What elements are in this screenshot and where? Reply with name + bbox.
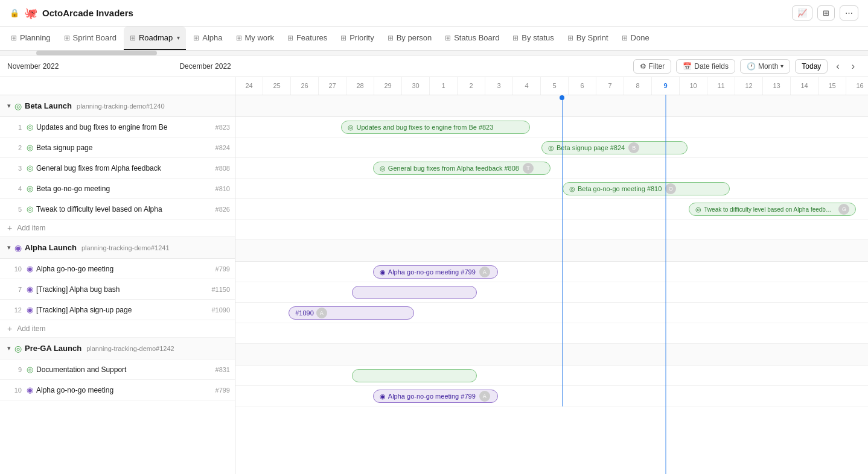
day-25: 25 xyxy=(263,77,291,95)
day-13: 13 xyxy=(763,77,791,95)
group-alpha-launch[interactable]: ▾ ◉ Alpha Launch planning-tracking-demo#… xyxy=(0,237,235,259)
calendar-icon: 📅 xyxy=(683,62,692,71)
task-id: #810 xyxy=(215,185,230,192)
day-16: 16 xyxy=(846,77,868,95)
task-name: General bug fixes from Alpha feedback xyxy=(36,164,213,172)
task-row[interactable]: 4 ◎ Beta go-no-go meeting #810 xyxy=(0,179,235,199)
tab-done[interactable]: ⊞ Done xyxy=(616,27,656,50)
day-30: 30 xyxy=(402,77,430,95)
task-row[interactable]: 12 ◉ [Tracking] Alpha sign-up page #1090 xyxy=(0,300,235,320)
tab-planning-label: Planning xyxy=(20,33,51,42)
tab-status-board[interactable]: ⊞ Status Board xyxy=(439,27,505,50)
task-row[interactable]: 9 ◎ Documentation and Support #831 xyxy=(0,359,235,380)
filter-icon: ⚙ xyxy=(640,62,646,71)
scrollbar[interactable] xyxy=(0,51,868,55)
gantt-bar-bugfixes[interactable]: ◎ General bug fixes from Alpha feedback … xyxy=(373,162,551,175)
bar-icon: ◉ xyxy=(380,393,386,400)
day-24: 24 xyxy=(235,77,263,95)
prega-launch-title: Pre-GA Launch xyxy=(25,344,81,353)
task-row[interactable]: 10 ◉ Alpha go-no-go meeting #799 xyxy=(0,259,235,279)
gantt-bar-gonogo[interactable]: ◎ Beta go-no-go meeting #810 O xyxy=(563,182,730,195)
gantt-bar-docs[interactable] xyxy=(352,369,477,382)
tab-features[interactable]: ⊞ Features xyxy=(281,27,333,50)
task-row[interactable]: 3 ◎ General bug fixes from Alpha feedbac… xyxy=(0,158,235,179)
tab-roadmap[interactable]: ⊞ Roadmap ▾ xyxy=(124,27,186,50)
beta-launch-chevron[interactable]: ▾ xyxy=(7,102,11,110)
grid-button[interactable]: ⊞ xyxy=(817,5,835,21)
task-name: [Tracking] Alpha sign-up page xyxy=(36,306,209,314)
group-prega-launch[interactable]: ▾ ◎ Pre-GA Launch planning-tracking-demo… xyxy=(0,338,235,359)
task-id: #831 xyxy=(215,366,230,373)
task-id: #808 xyxy=(215,165,230,172)
bar-label: #1090 xyxy=(295,309,314,317)
day-8: 8 xyxy=(624,77,652,95)
add-icon: + xyxy=(7,223,12,233)
filter-button[interactable]: ⚙ Filter xyxy=(633,59,672,74)
tab-by-person-label: By person xyxy=(397,33,432,42)
tab-sprint-board[interactable]: ⊞ Sprint Board xyxy=(58,27,123,50)
gantt-bar-alpha-gonogo[interactable]: ◉ Alpha go-no-go meeting #799 A xyxy=(373,265,498,279)
sprint-board-tab-icon: ⊞ xyxy=(64,34,70,42)
avatar: O xyxy=(665,183,676,194)
gantt-bar-updates[interactable]: ◎ Updates and bug fixes to engine from B… xyxy=(341,121,529,134)
gantt-task-3: ◎ General bug fixes from Alpha feedback … xyxy=(235,158,868,179)
bar-label: Tweak to difficulty level based on Alpha… xyxy=(704,206,835,213)
month-button[interactable]: 🕐 Month ▾ xyxy=(740,59,790,74)
task-name: Updates and bug fixes to engine from Be xyxy=(36,123,213,131)
task-num: 5 xyxy=(7,206,22,213)
task-num: 12 xyxy=(7,306,22,314)
task-row[interactable]: 2 ◎ Beta signup page #824 xyxy=(0,137,235,158)
add-item-beta[interactable]: + Add item xyxy=(0,220,235,237)
by-status-tab-icon: ⊞ xyxy=(512,34,519,42)
alpha-launch-chevron[interactable]: ▾ xyxy=(7,244,11,251)
tab-alpha[interactable]: ⊞ Alpha xyxy=(187,27,228,50)
task-row[interactable]: 1 ◎ Updates and bug fixes to engine from… xyxy=(0,117,235,137)
tab-my-work-label: My work xyxy=(245,33,274,42)
date-fields-button[interactable]: 📅 Date fields xyxy=(676,59,735,74)
priority-tab-icon: ⊞ xyxy=(340,34,346,42)
gantt-bar-tweak[interactable]: ◎ Tweak to difficulty level based on Alp… xyxy=(689,203,856,216)
lock-icon: 🔒 xyxy=(10,8,19,17)
task-name: Documentation and Support xyxy=(36,365,213,374)
bar-icon: ◉ xyxy=(380,268,386,276)
november-label: November 2022 xyxy=(7,62,59,71)
chart-button[interactable]: 📈 xyxy=(792,5,812,21)
tab-my-work[interactable]: ⊞ My work xyxy=(230,27,280,50)
beta-launch-sub: planning-tracking-demo#1240 xyxy=(77,103,165,110)
gantt-bar-prega-gonogo[interactable]: ◉ Alpha go-no-go meeting #799 A xyxy=(373,390,498,403)
gantt-bar-alpha-bugbash[interactable] xyxy=(352,286,477,299)
prev-button[interactable]: ‹ xyxy=(832,60,843,73)
tab-by-person[interactable]: ⊞ By person xyxy=(381,27,438,50)
task-icon: ◎ xyxy=(27,143,33,152)
gantt-task-alpha-12: #1090 A xyxy=(235,303,868,323)
task-icon: ◎ xyxy=(27,184,33,193)
task-row[interactable]: 10 ◉ Alpha go-no-go meeting #799 xyxy=(0,380,235,400)
add-item-alpha[interactable]: + Add item xyxy=(0,320,235,338)
tab-planning[interactable]: ⊞ Planning xyxy=(5,27,57,50)
day-9-today: 9 xyxy=(652,77,680,95)
roadmap-dropdown-icon[interactable]: ▾ xyxy=(177,34,180,41)
avatar: B xyxy=(628,142,639,153)
prega-launch-chevron[interactable]: ▾ xyxy=(7,344,11,352)
tab-by-sprint[interactable]: ⊞ By Sprint xyxy=(561,27,614,50)
tab-priority[interactable]: ⊞ Priority xyxy=(334,27,380,50)
task-name: Beta go-no-go meeting xyxy=(36,185,213,193)
avatar: G xyxy=(838,204,849,215)
more-button[interactable]: ⋯ xyxy=(840,5,858,21)
tab-by-status[interactable]: ⊞ By status xyxy=(506,27,560,50)
task-row[interactable]: 5 ◎ Tweak to difficulty level based on A… xyxy=(0,199,235,220)
today-button[interactable]: Today xyxy=(795,59,828,74)
bar-label: Beta signup page #824 xyxy=(557,144,625,151)
day-15: 15 xyxy=(819,77,846,95)
features-tab-icon: ⊞ xyxy=(287,34,293,42)
gantt-task-1: ◎ Updates and bug fixes to engine from B… xyxy=(235,117,868,137)
task-row[interactable]: 7 ◉ [Tracking] Alpha bug bash #1150 xyxy=(0,279,235,300)
day-11: 11 xyxy=(707,77,735,95)
day-5: 5 xyxy=(541,77,569,95)
group-beta-launch[interactable]: ▾ ◎ Beta Launch planning-tracking-demo#1… xyxy=(0,95,235,117)
task-num: 7 xyxy=(7,286,22,293)
gantt-bar-alpha-signup[interactable]: #1090 A xyxy=(289,306,413,320)
alpha-launch-title: Alpha Launch xyxy=(25,243,77,252)
add-label: Add item xyxy=(17,324,45,333)
next-button[interactable]: › xyxy=(848,60,858,73)
